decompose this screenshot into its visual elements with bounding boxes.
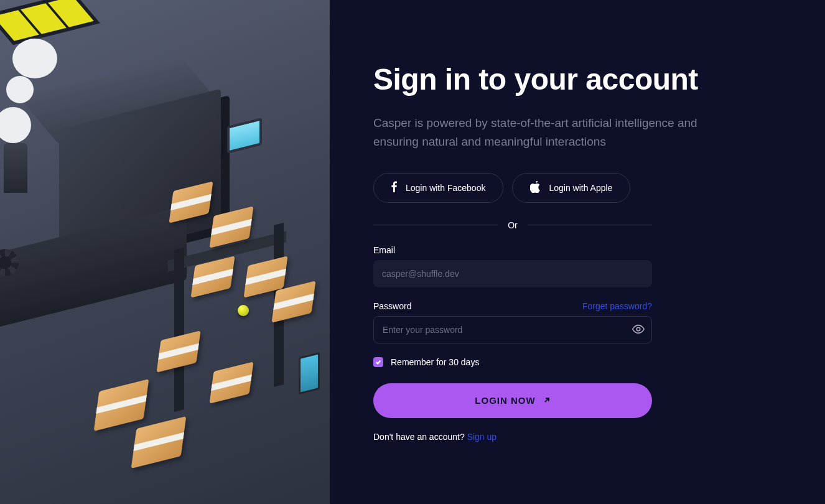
page: Sign in to your account Casper is powere… [0, 0, 825, 504]
login-apple-label: Login with Apple [549, 183, 612, 193]
login-submit-label: LOGIN NOW [475, 395, 535, 406]
page-subtitle: Casper is powered by state-of-the-art ar… [373, 114, 722, 151]
email-label: Email [373, 245, 395, 255]
toggle-password-button[interactable] [631, 322, 646, 337]
forgot-password-link[interactable]: Forget password? [582, 301, 652, 311]
password-input[interactable] [373, 316, 652, 343]
apple-icon [530, 181, 540, 195]
login-form: Email Password Forget password? [373, 245, 652, 442]
email-input[interactable] [373, 260, 652, 287]
login-submit-button[interactable]: LOGIN NOW [373, 383, 652, 418]
signup-row: Don't have an account? Sign up [373, 432, 652, 442]
signup-link[interactable]: Sign up [467, 432, 496, 442]
facebook-icon [391, 181, 397, 194]
signup-prompt: Don't have an account? [373, 432, 467, 442]
hero-illustration [0, 0, 330, 504]
eye-icon [632, 329, 645, 338]
login-facebook-label: Login with Facebook [406, 183, 485, 193]
social-login-row: Login with Facebook Login with Apple [373, 173, 722, 203]
remember-label: Remember for 30 days [391, 357, 479, 367]
remember-checkbox[interactable]: Remember for 30 days [373, 357, 652, 367]
social-divider: Or [373, 220, 652, 230]
divider-label: Or [508, 220, 518, 230]
login-facebook-button[interactable]: Login with Facebook [373, 173, 503, 203]
arrow-up-right-icon [543, 395, 551, 406]
auth-panel: Sign in to your account Casper is powere… [330, 0, 825, 504]
login-apple-button[interactable]: Login with Apple [512, 173, 630, 203]
page-title: Sign in to your account [373, 62, 722, 96]
svg-point-0 [636, 327, 640, 331]
password-label: Password [373, 301, 411, 311]
checkbox-icon [373, 357, 383, 367]
